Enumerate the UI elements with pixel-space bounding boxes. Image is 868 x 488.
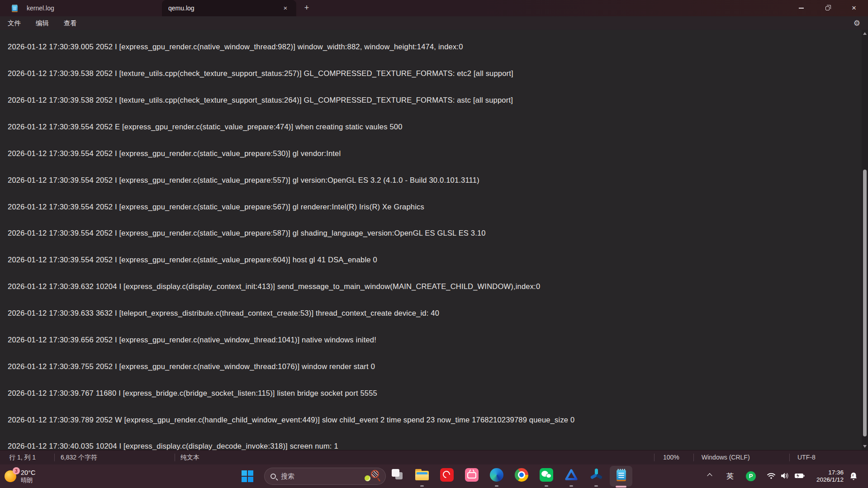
edge-button[interactable] — [488, 468, 506, 484]
divider — [54, 454, 55, 461]
menu-file[interactable]: 文件 — [8, 19, 21, 28]
log-line: 2026-01-12 17:30:39.632 10204 I [express… — [8, 282, 868, 291]
divider — [789, 454, 790, 461]
file-explorer-button[interactable] — [413, 468, 431, 484]
encoding: UTF-8 — [797, 450, 816, 464]
taskbar: 3 20°C 晴朗 搜索 — [0, 464, 868, 488]
vertical-scrollbar[interactable] — [862, 30, 868, 450]
log-line: 2026-01-12 17:30:39.538 2052 I [texture_… — [8, 96, 868, 105]
netease-music-button[interactable] — [438, 468, 456, 484]
chrome-icon — [515, 468, 528, 482]
bilibili-icon — [465, 468, 479, 482]
menu-edit[interactable]: 编辑 — [36, 19, 49, 28]
maximize-button[interactable] — [817, 0, 838, 16]
divider — [693, 454, 694, 461]
tray-date: 2026/1/12 — [816, 476, 844, 483]
notification-bell-icon[interactable]: z — [849, 471, 859, 483]
green-tray-app-icon[interactable]: P — [746, 471, 756, 481]
wechat-icon — [540, 468, 553, 482]
tray-chevron-up-icon[interactable] — [708, 474, 712, 479]
notepad-icon — [615, 468, 627, 482]
running-indicator — [495, 485, 498, 487]
log-line: 2026-01-12 17:30:39.755 2052 I [express_… — [8, 362, 868, 371]
log-line: 2026-01-12 17:30:39.656 2052 I [express_… — [8, 336, 868, 345]
log-line: 2026-01-12 17:30:39.767 11680 I [express… — [8, 389, 868, 398]
editor-text-area[interactable]: 2026-01-12 17:30:39.005 2052 I [express_… — [0, 30, 868, 450]
log-line: 2026-01-12 17:30:39.554 2052 I [express_… — [8, 176, 868, 185]
search-placeholder: 搜索 — [281, 472, 294, 481]
minimize-button[interactable] — [791, 0, 811, 16]
pinwheel-icon — [589, 468, 603, 482]
ime-indicator[interactable]: 英 — [724, 464, 736, 488]
new-tab-button[interactable]: + — [301, 3, 312, 13]
log-line: 2026-01-12 17:30:39.789 2052 W [express_… — [8, 416, 868, 425]
scroll-up-arrow-icon[interactable] — [863, 32, 867, 35]
edge-icon — [490, 468, 503, 482]
wechat-button[interactable] — [537, 468, 555, 484]
log-line: 2026-01-12 17:30:39.554 2052 I [express_… — [8, 203, 868, 212]
tab-qemu-log[interactable]: qemu.log × — [162, 0, 296, 16]
pinwheel-app-button[interactable] — [587, 468, 605, 484]
task-view-icon — [391, 468, 403, 481]
divider — [654, 454, 655, 461]
notification-badge: 3 — [13, 467, 20, 474]
running-indicator — [545, 485, 548, 487]
sun-icon: 3 — [5, 470, 16, 482]
svg-text:z: z — [852, 474, 854, 477]
log-line: 2026-01-12 17:30:39.554 2052 I [express_… — [8, 149, 868, 158]
divider — [175, 454, 175, 461]
weather-widget[interactable]: 3 20°C 晴朗 — [5, 464, 35, 488]
zoom-level: 100% — [663, 450, 679, 464]
active-indicator — [616, 486, 626, 488]
task-view-button[interactable] — [388, 468, 406, 484]
search-highlight-tennis-image[interactable] — [364, 470, 379, 483]
running-indicator — [569, 485, 573, 487]
menu-view[interactable]: 查看 — [64, 19, 77, 28]
log-line: 2026-01-12 17:30:39.005 2052 I [express_… — [8, 43, 868, 52]
clock[interactable]: 17:36 2026/1/12 — [816, 469, 844, 483]
log-line: 2026-01-12 17:30:39.538 2052 I [texture_… — [8, 69, 868, 78]
wifi-icon[interactable] — [767, 472, 776, 481]
log-line: 2026-01-12 17:30:39.554 2052 E [express_… — [8, 123, 868, 132]
weather-condition: 晴朗 — [21, 477, 35, 484]
blue-triangle-icon — [564, 468, 578, 483]
restore-icon — [825, 6, 830, 10]
log-line: 2026-01-12 17:30:39.554 2052 I [express_… — [8, 229, 868, 238]
tab-kernel-log[interactable]: kernel.log — [4, 0, 161, 16]
volume-icon[interactable] — [780, 472, 789, 481]
doc-type: 纯文本 — [180, 450, 199, 464]
folder-icon — [415, 468, 429, 481]
running-indicator — [420, 485, 424, 487]
triangle-app-button[interactable] — [562, 468, 580, 484]
start-button[interactable] — [238, 467, 256, 485]
cursor-position: 行 1, 列 1 — [9, 450, 36, 464]
battery-charging-icon[interactable] — [794, 472, 805, 481]
titlebar: kernel.log qemu.log × + × — [0, 0, 868, 16]
weather-text: 20°C 晴朗 — [21, 469, 35, 484]
windows-logo-icon — [242, 470, 253, 482]
scrollbar-thumb[interactable] — [863, 170, 867, 436]
menubar: 文件 编辑 查看 ⚙ — [0, 16, 868, 30]
log-line: 2026-01-12 17:30:39.554 2052 I [express_… — [8, 256, 868, 265]
statusbar: 行 1, 列 1 6,832 个字符 纯文本 100% Windows (CRL… — [0, 450, 868, 464]
tennis-ball-icon — [365, 475, 370, 481]
chrome-button[interactable] — [512, 468, 531, 484]
tennis-racket-icon — [371, 470, 379, 478]
line-ending: Windows (CRLF) — [702, 450, 750, 464]
settings-gear-icon[interactable]: ⚙ — [854, 19, 860, 28]
notepad-button[interactable] — [612, 468, 630, 484]
tab-label: kernel.log — [27, 5, 54, 12]
log-line: 2026-01-12 17:30:39.633 3632 I [teleport… — [8, 309, 868, 318]
char-count: 6,832 个字符 — [61, 450, 97, 464]
search-box[interactable]: 搜索 — [264, 468, 386, 485]
bilibili-button[interactable] — [463, 468, 481, 484]
scroll-down-arrow-icon[interactable] — [863, 445, 867, 448]
notepad-icon — [11, 4, 19, 13]
weather-temp: 20°C — [21, 469, 35, 477]
close-window-button[interactable]: × — [844, 0, 864, 16]
log-line: 2026-01-12 17:30:40.035 10204 I [express… — [8, 442, 868, 450]
log-lines: 2026-01-12 17:30:39.005 2052 I [express_… — [0, 30, 868, 450]
search-icon — [270, 474, 276, 479]
close-tab-icon[interactable]: × — [281, 4, 290, 13]
tray-time: 17:36 — [816, 469, 844, 476]
